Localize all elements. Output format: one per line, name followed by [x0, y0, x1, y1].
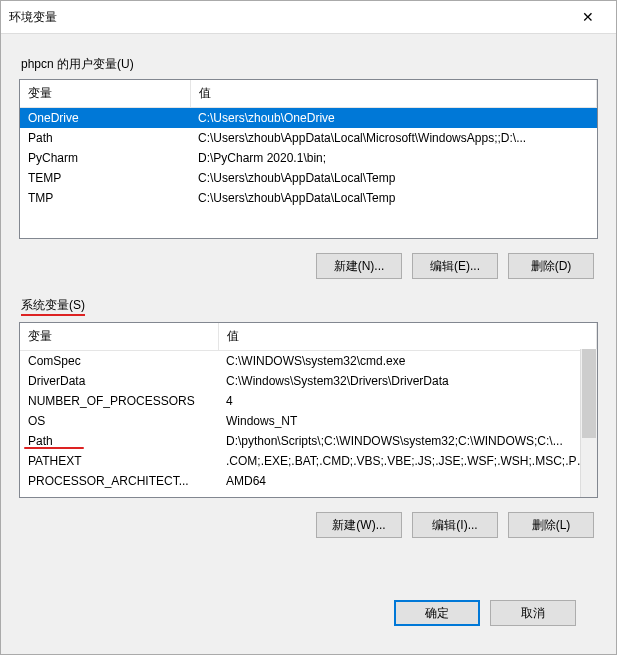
cell-val: C:\Users\zhoub\AppData\Local\Temp: [190, 188, 597, 208]
cell-var: DriverData: [20, 371, 218, 391]
ok-button[interactable]: 确定: [394, 600, 480, 626]
sys-vars-label: 系统变量(S): [21, 297, 598, 316]
table-row[interactable]: DriverData C:\Windows\System32\Drivers\D…: [20, 371, 597, 391]
content-area: phpcn 的用户变量(U) 变量 值 OneDrive C:\Users\zh…: [1, 34, 616, 654]
user-vars-label: phpcn 的用户变量(U): [21, 56, 598, 73]
cell-var: TMP: [20, 188, 190, 208]
user-vars-table[interactable]: 变量 值 OneDrive C:\Users\zhoub\OneDrive Pa…: [20, 80, 597, 208]
cell-var: Path: [20, 128, 190, 148]
cell-var: PROCESSOR_ARCHITECT...: [20, 471, 218, 491]
sys-vars-buttons: 新建(W)... 编辑(I)... 删除(L): [19, 512, 594, 538]
cancel-button[interactable]: 取消: [490, 600, 576, 626]
close-button[interactable]: ✕: [568, 7, 608, 27]
sys-col-val[interactable]: 值: [218, 323, 597, 351]
user-delete-button[interactable]: 删除(D): [508, 253, 594, 279]
env-vars-dialog: 环境变量 ✕ phpcn 的用户变量(U) 变量 值 OneDrive: [0, 0, 617, 655]
dialog-footer: 确定 取消: [19, 582, 598, 644]
cell-val: Windows_NT: [218, 411, 597, 431]
sys-vars-label-text: 系统变量(S): [21, 297, 85, 316]
cell-val: C:\Users\zhoub\OneDrive: [190, 108, 597, 129]
table-row[interactable]: OS Windows_NT: [20, 411, 597, 431]
table-row[interactable]: NUMBER_OF_PROCESSORS 4: [20, 391, 597, 411]
sys-vars-table[interactable]: 变量 值 ComSpec C:\WINDOWS\system32\cmd.exe…: [20, 323, 597, 491]
cell-var: NUMBER_OF_PROCESSORS: [20, 391, 218, 411]
cell-var: PATHEXT: [20, 451, 218, 471]
table-row[interactable]: PATHEXT .COM;.EXE;.BAT;.CMD;.VBS;.VBE;.J…: [20, 451, 597, 471]
cell-val: C:\Windows\System32\Drivers\DriverData: [218, 371, 597, 391]
cell-var: OneDrive: [20, 108, 190, 129]
table-row[interactable]: ComSpec C:\WINDOWS\system32\cmd.exe: [20, 351, 597, 372]
sys-scrollbar[interactable]: [580, 349, 597, 497]
cell-var: TEMP: [20, 168, 190, 188]
table-row[interactable]: TEMP C:\Users\zhoub\AppData\Local\Temp: [20, 168, 597, 188]
table-row[interactable]: TMP C:\Users\zhoub\AppData\Local\Temp: [20, 188, 597, 208]
sys-new-button[interactable]: 新建(W)...: [316, 512, 402, 538]
user-col-val[interactable]: 值: [190, 80, 597, 108]
user-vars-buttons: 新建(N)... 编辑(E)... 删除(D): [19, 253, 594, 279]
table-row[interactable]: PyCharm D:\PyCharm 2020.1\bin;: [20, 148, 597, 168]
user-vars-label-text: phpcn 的用户变量(U): [21, 57, 134, 71]
cell-val: 4: [218, 391, 597, 411]
sys-col-var[interactable]: 变量: [20, 323, 218, 351]
cell-val: D:\python\Scripts\;C:\WINDOWS\system32;C…: [218, 431, 597, 451]
close-icon: ✕: [582, 9, 594, 25]
window-title: 环境变量: [9, 9, 57, 26]
table-row[interactable]: Path D:\python\Scripts\;C:\WINDOWS\syste…: [20, 431, 597, 451]
cell-var: PyCharm: [20, 148, 190, 168]
cell-val: D:\PyCharm 2020.1\bin;: [190, 148, 597, 168]
sys-edit-button[interactable]: 编辑(I)...: [412, 512, 498, 538]
titlebar: 环境变量 ✕: [1, 1, 616, 34]
user-edit-button[interactable]: 编辑(E)...: [412, 253, 498, 279]
path-highlight: Path: [28, 434, 53, 448]
user-col-var[interactable]: 变量: [20, 80, 190, 108]
user-vars-table-wrap: 变量 值 OneDrive C:\Users\zhoub\OneDrive Pa…: [19, 79, 598, 239]
cell-val: C:\WINDOWS\system32\cmd.exe: [218, 351, 597, 372]
table-row[interactable]: OneDrive C:\Users\zhoub\OneDrive: [20, 108, 597, 129]
cell-var: ComSpec: [20, 351, 218, 372]
sys-vars-table-wrap: 变量 值 ComSpec C:\WINDOWS\system32\cmd.exe…: [19, 322, 598, 498]
cell-val: AMD64: [218, 471, 597, 491]
cell-val: C:\Users\zhoub\AppData\Local\Temp: [190, 168, 597, 188]
sys-delete-button[interactable]: 删除(L): [508, 512, 594, 538]
cell-var: Path: [20, 431, 218, 451]
cell-var: OS: [20, 411, 218, 431]
cell-val: C:\Users\zhoub\AppData\Local\Microsoft\W…: [190, 128, 597, 148]
scrollbar-thumb[interactable]: [582, 349, 596, 438]
table-row[interactable]: Path C:\Users\zhoub\AppData\Local\Micros…: [20, 128, 597, 148]
table-row[interactable]: PROCESSOR_ARCHITECT... AMD64: [20, 471, 597, 491]
cell-val: .COM;.EXE;.BAT;.CMD;.VBS;.VBE;.JS;.JSE;.…: [218, 451, 597, 471]
user-new-button[interactable]: 新建(N)...: [316, 253, 402, 279]
